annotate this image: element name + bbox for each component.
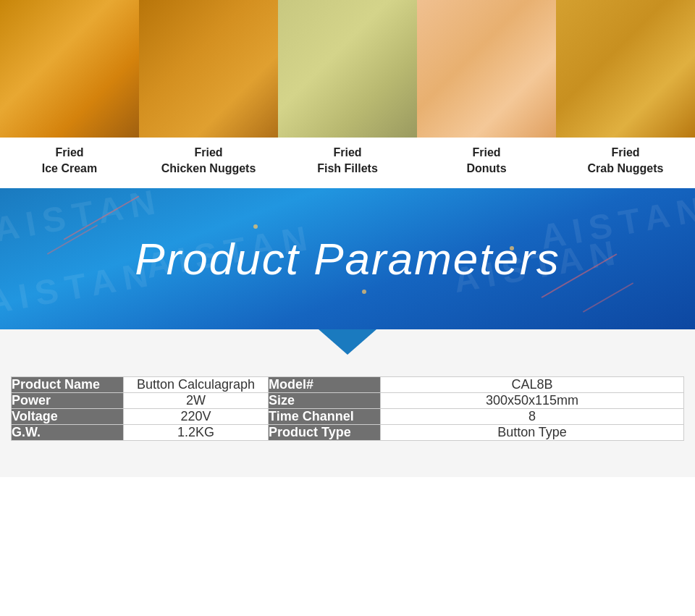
value-power: 2W <box>124 392 269 408</box>
params-section: Product Name Button Calculagraph Model# … <box>0 355 695 477</box>
label-product-type: Product Type <box>269 424 381 440</box>
table-row-3: Voltage 220V Time Channel 8 <box>12 408 684 424</box>
value-product-type: Button Type <box>381 424 684 440</box>
label-model: Model# <box>269 376 381 392</box>
label-product-name: Product Name <box>12 376 124 392</box>
banner-arrow <box>0 329 695 355</box>
product-parameters-banner: AISTAN AISTAN AISTAN AISTAN AISTAN Produ… <box>0 188 695 329</box>
value-product-name: Button Calculagraph <box>124 376 269 392</box>
food-label-2: Fried Chicken Nuggets <box>139 145 278 177</box>
food-label-3: Fried Fish Fillets <box>278 145 417 177</box>
arrow-down-icon <box>319 329 376 355</box>
food-label-4: Fried Donuts <box>417 145 556 177</box>
dot-2 <box>362 290 366 294</box>
value-voltage: 220V <box>124 408 269 424</box>
value-model: CAL8B <box>381 376 684 392</box>
dot-1 <box>253 224 258 229</box>
food-labels-row: Fried Ice Cream Fried Chicken Nuggets Fr… <box>0 138 695 188</box>
food-image-4 <box>417 0 556 138</box>
value-gw: 1.2KG <box>124 424 269 440</box>
table-row-4: G.W. 1.2KG Product Type Button Type <box>12 424 684 440</box>
label-voltage: Voltage <box>12 408 124 424</box>
label-size: Size <box>269 392 381 408</box>
food-image-2 <box>139 0 278 138</box>
deco-line-4 <box>583 282 633 313</box>
label-gw: G.W. <box>12 424 124 440</box>
label-power: Power <box>12 392 124 408</box>
value-time-channel: 8 <box>381 408 684 424</box>
params-table: Product Name Button Calculagraph Model# … <box>11 376 684 441</box>
food-image-3 <box>278 0 417 138</box>
table-row-1: Product Name Button Calculagraph Model# … <box>12 376 684 392</box>
image-strip <box>0 0 695 138</box>
food-label-5: Fried Crab Nuggets <box>556 145 695 177</box>
food-label-1: Fried Ice Cream <box>0 145 139 177</box>
label-time-channel: Time Channel <box>269 408 381 424</box>
food-image-1 <box>0 0 139 138</box>
food-image-5 <box>556 0 695 138</box>
value-size: 300x50x115mm <box>381 392 684 408</box>
table-row-2: Power 2W Size 300x50x115mm <box>12 392 684 408</box>
banner-title: Product Parameters <box>135 233 560 284</box>
